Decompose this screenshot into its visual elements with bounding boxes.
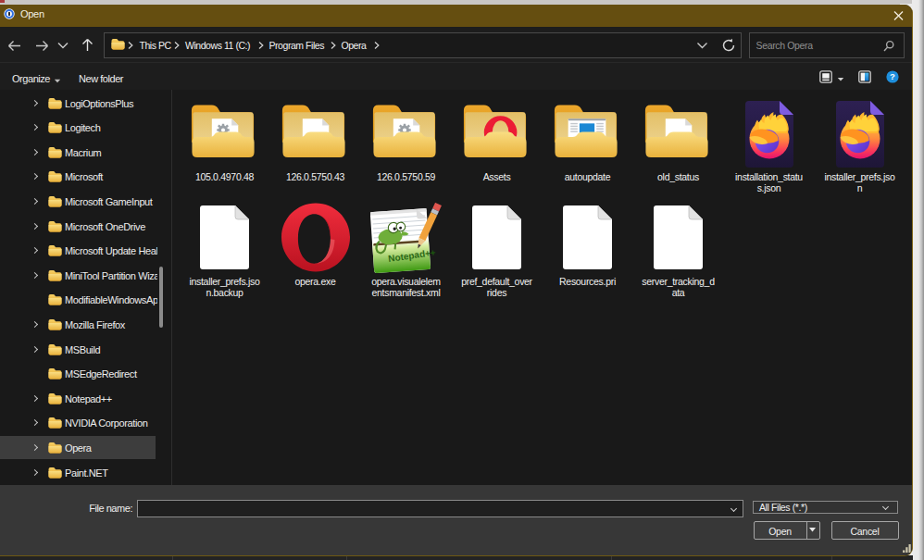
svg-text:?: ? (890, 71, 895, 81)
